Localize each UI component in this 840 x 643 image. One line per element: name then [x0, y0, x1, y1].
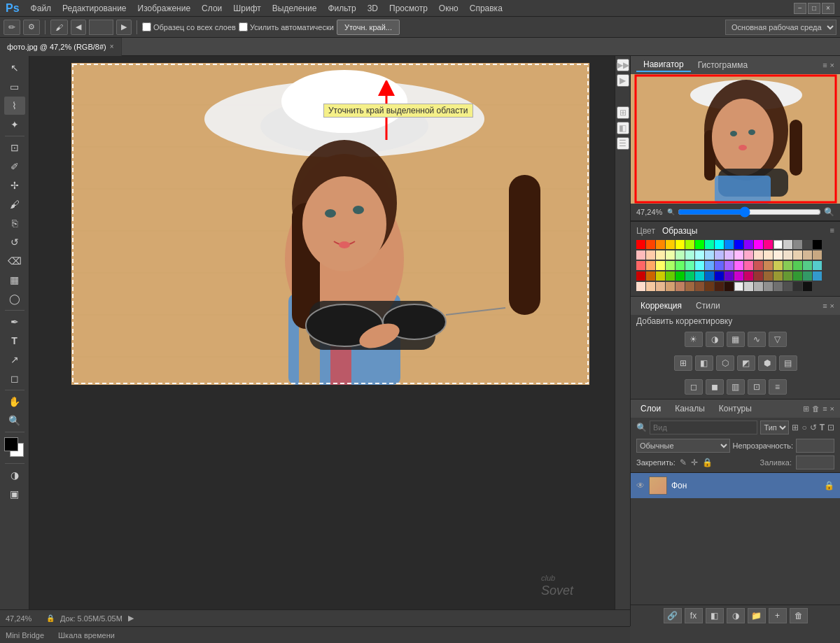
swatch[interactable]	[813, 240, 822, 249]
layers-delete-icon[interactable]: 🗑	[812, 404, 820, 414]
lasso-tool[interactable]: ⌇	[4, 97, 25, 115]
brightness-correction-icon[interactable]: ☀	[685, 332, 703, 347]
mini-bridge-label[interactable]: Mini Bridge	[6, 631, 44, 640]
swatch[interactable]	[656, 282, 665, 291]
crop-tool[interactable]: ⊡	[4, 139, 25, 157]
photo-correction-icon[interactable]: ⬢	[758, 355, 776, 371]
channel-mixer-icon[interactable]: ≡	[769, 379, 787, 395]
swatch[interactable]	[754, 250, 763, 260]
lock-pixels-icon[interactable]: ✎	[680, 458, 687, 467]
layers-close-icon[interactable]: ×	[830, 404, 834, 414]
threshold-icon[interactable]: ⊡	[748, 379, 766, 395]
swatch[interactable]	[734, 282, 743, 291]
swatch[interactable]	[676, 271, 685, 281]
swatch[interactable]	[754, 240, 763, 249]
status-arrow-icon[interactable]: ▶	[128, 614, 134, 623]
swatch[interactable]	[793, 261, 802, 270]
swatch[interactable]	[715, 282, 724, 291]
swatch[interactable]	[695, 240, 704, 249]
swatch[interactable]	[783, 250, 792, 260]
hand-tool[interactable]: ✋	[4, 393, 25, 411]
panel-collapse-icon[interactable]: ×	[830, 61, 834, 69]
filter-icon[interactable]: ⊞	[792, 423, 799, 432]
styles-tab[interactable]: Стили	[692, 299, 724, 312]
swatch[interactable]	[724, 240, 734, 249]
histogram-tab[interactable]: Гистограмма	[691, 59, 755, 71]
add-mask-btn[interactable]: ◧	[706, 608, 724, 623]
swatch[interactable]	[754, 282, 763, 291]
swatch[interactable]	[656, 240, 665, 249]
layers-search-input[interactable]	[650, 421, 757, 434]
swatch[interactable]	[695, 261, 704, 270]
gradient-tool[interactable]: ▦	[4, 271, 25, 289]
curves-correction-icon[interactable]: ∿	[748, 332, 766, 347]
navigator-tab[interactable]: Навигатор	[636, 58, 691, 72]
swatch[interactable]	[676, 261, 685, 270]
refresh-icon[interactable]: ↺	[810, 423, 817, 432]
history-tool[interactable]: ↺	[4, 233, 25, 251]
swatch[interactable]	[774, 282, 783, 291]
brush-options-btn[interactable]: ⚙	[23, 20, 40, 35]
swatch[interactable]	[774, 261, 783, 270]
panel-menu-icon[interactable]: ≡	[822, 61, 827, 69]
swatch[interactable]	[724, 250, 734, 260]
swatch[interactable]	[705, 271, 714, 281]
swatch[interactable]	[744, 282, 753, 291]
swatch[interactable]	[803, 261, 812, 270]
swatch[interactable]	[715, 240, 724, 249]
swatch[interactable]	[793, 282, 802, 291]
brush-icon-btn[interactable]: 🖌	[50, 20, 68, 35]
nav-zoom-slider[interactable]	[678, 206, 821, 218]
menu-font[interactable]: Шрифт	[227, 1, 266, 15]
swatch[interactable]	[636, 250, 645, 260]
zoom-tool[interactable]: 🔍	[4, 411, 25, 430]
opacity-input[interactable]: 100%	[796, 439, 834, 453]
brush-size-input[interactable]: 5	[89, 20, 113, 35]
swatch[interactable]	[646, 261, 655, 270]
wand-tool[interactable]: ✦	[4, 115, 25, 134]
swatch[interactable]	[646, 282, 655, 291]
add-layer-btn[interactable]: +	[769, 608, 787, 623]
menu-select[interactable]: Выделение	[267, 1, 323, 15]
selective-color-icon[interactable]: ◻	[685, 379, 703, 395]
add-style-btn[interactable]: fx	[685, 608, 703, 623]
swatch[interactable]	[715, 250, 724, 260]
swatch[interactable]	[774, 271, 783, 281]
menu-file[interactable]: Файл	[25, 1, 57, 15]
swatch[interactable]	[744, 271, 753, 281]
brush-prev-btn[interactable]: ◀	[71, 20, 86, 35]
corr-close-icon[interactable]: ×	[830, 302, 834, 310]
colorbalance-correction-icon[interactable]: ⬡	[716, 355, 734, 371]
swatch[interactable]	[734, 261, 743, 270]
exposure-correction-icon[interactable]: ▽	[769, 332, 787, 347]
color-picker[interactable]	[4, 437, 25, 458]
gradient-map-icon[interactable]: ▤	[779, 355, 797, 371]
panel-options-btn[interactable]: ▶	[617, 74, 629, 87]
swatch[interactable]	[656, 250, 665, 260]
swatch[interactable]	[676, 250, 685, 260]
swatch[interactable]	[793, 250, 802, 260]
spot-heal-tool[interactable]: ✢	[4, 176, 25, 195]
layers-tab[interactable]: Слои	[636, 402, 665, 415]
swatch[interactable]	[666, 250, 675, 260]
swatches-menu-icon[interactable]: ≡	[830, 226, 834, 236]
panel-icon-2[interactable]: ◧	[617, 122, 629, 134]
swatch[interactable]	[783, 282, 792, 291]
swatch[interactable]	[705, 240, 714, 249]
swatch[interactable]	[666, 271, 675, 281]
maximize-button[interactable]: □	[808, 3, 820, 14]
swatch[interactable]	[754, 271, 763, 281]
pen-tool[interactable]: ✒	[4, 313, 25, 331]
workspace-select[interactable]: Основная рабочая среда	[725, 20, 836, 35]
document-tab[interactable]: фото.jpg @ 47,2% (RGB/8#) ×	[0, 38, 122, 56]
menu-filter[interactable]: Фильтр	[322, 1, 361, 15]
move-tool[interactable]: ↖	[4, 59, 25, 77]
shape-tool[interactable]: ◻	[4, 369, 25, 388]
link-layers-btn[interactable]: 🔗	[664, 608, 682, 623]
swatch[interactable]	[705, 250, 714, 260]
menu-edit[interactable]: Редактирование	[57, 1, 132, 15]
swatch[interactable]	[636, 271, 645, 281]
swatch[interactable]	[685, 271, 694, 281]
sample-all-layers-check[interactable]: Образец со всех слоев	[142, 22, 236, 31]
swatch[interactable]	[676, 240, 685, 249]
